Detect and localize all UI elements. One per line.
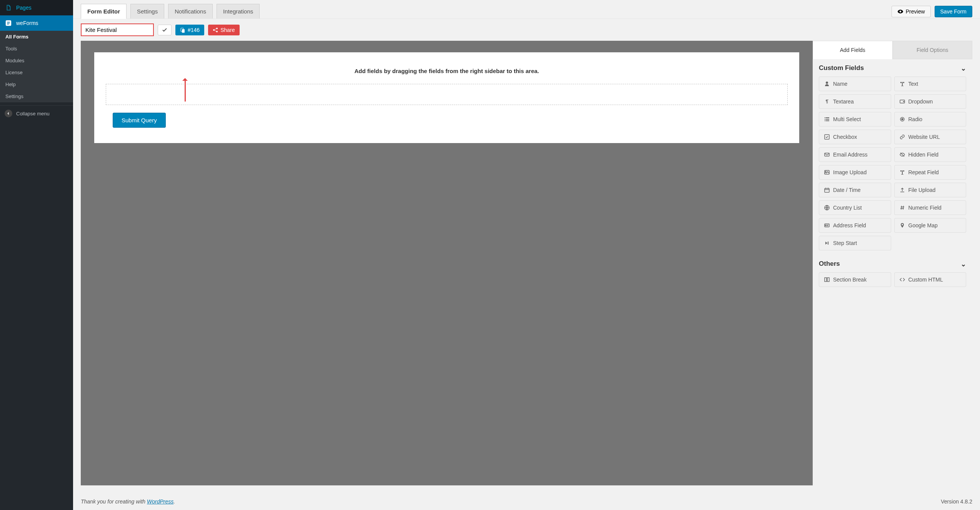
- field-image-upload[interactable]: Image Upload: [819, 165, 891, 180]
- svg-rect-20: [825, 188, 829, 192]
- tab-notifications[interactable]: Notifications: [168, 4, 213, 19]
- section-head-others[interactable]: Others ⌃: [819, 260, 966, 268]
- sidebar-label: Pages: [16, 5, 32, 11]
- footer: Thank you for creating with WordPress. V…: [73, 493, 980, 510]
- field-text[interactable]: Text: [894, 77, 967, 91]
- chevron-down-icon: ⌃: [961, 260, 966, 268]
- text-icon: [899, 81, 905, 87]
- field-website-url[interactable]: Website URL: [894, 130, 967, 144]
- right-panel: Add Fields Field Options Custom Fields ⌃…: [813, 41, 972, 485]
- sidebar-item-license[interactable]: License: [0, 67, 73, 78]
- hash-icon: [899, 205, 905, 210]
- mail-icon: [824, 152, 830, 157]
- svg-rect-12: [825, 120, 825, 121]
- user-icon: [824, 81, 830, 87]
- sidebar-item-help[interactable]: Help: [0, 78, 73, 90]
- sidebar-submenu: All Forms Tools Modules License Help Set…: [0, 31, 73, 102]
- caret-icon: [899, 99, 905, 104]
- field-address-field[interactable]: Address Field: [819, 218, 891, 233]
- tab-add-fields[interactable]: Add Fields: [813, 41, 893, 59]
- card-icon: [824, 223, 830, 228]
- collapse-icon: [5, 110, 12, 117]
- section-title: Custom Fields: [819, 64, 864, 72]
- field-textarea[interactable]: Textarea: [819, 94, 891, 109]
- field-multi-select[interactable]: Multi Select: [819, 112, 891, 127]
- sidebar-item-settings[interactable]: Settings: [0, 90, 73, 102]
- field-name[interactable]: Name: [819, 77, 891, 91]
- right-panel-tabs: Add Fields Field Options: [813, 41, 972, 59]
- wordpress-link[interactable]: WordPress: [147, 498, 173, 505]
- field-label: Repeat Field: [908, 169, 939, 175]
- field-label: File Upload: [908, 187, 936, 193]
- field-custom-html[interactable]: Custom HTML: [894, 272, 967, 287]
- field-checkbox[interactable]: Checkbox: [819, 130, 891, 144]
- share-label: Share: [220, 27, 235, 33]
- submit-button[interactable]: Submit Query: [113, 113, 166, 128]
- sidebar-item-all-forms[interactable]: All Forms: [0, 31, 73, 43]
- tab-field-options[interactable]: Field Options: [893, 41, 973, 59]
- svg-rect-11: [826, 119, 829, 120]
- pages-icon: [5, 4, 12, 12]
- field-radio[interactable]: Radio: [894, 112, 967, 127]
- admin-sidebar: Pages weForms All Forms Tools Modules Li…: [0, 0, 73, 510]
- footer-thanks: Thank you for creating with WordPress.: [81, 498, 175, 505]
- field-label: Country List: [833, 205, 862, 211]
- section-custom-fields: Custom Fields ⌃ NameTextTextareaDropdown…: [813, 59, 972, 255]
- tab-integrations[interactable]: Integrations: [217, 4, 260, 19]
- para-icon: [824, 99, 830, 104]
- sidebar-item-tools[interactable]: Tools: [0, 43, 73, 55]
- sidebar-item-weforms[interactable]: weForms: [0, 15, 73, 31]
- custom-fields-grid: NameTextTextareaDropdownMulti SelectRadi…: [819, 77, 966, 250]
- radio-icon: [899, 117, 905, 122]
- sidebar-label: weForms: [16, 20, 38, 26]
- field-label: Radio: [908, 116, 923, 122]
- field-country-list[interactable]: Country List: [819, 200, 891, 215]
- field-email-address[interactable]: Email Address: [819, 147, 891, 162]
- field-label: Website URL: [908, 134, 940, 140]
- field-section-break[interactable]: Section Break: [819, 272, 891, 287]
- tab-settings[interactable]: Settings: [130, 4, 164, 19]
- tab-form-editor[interactable]: Form Editor: [81, 4, 127, 19]
- section-others: Others ⌃ Section BreakCustom HTML: [813, 255, 972, 292]
- section-head-custom[interactable]: Custom Fields ⌃: [819, 64, 966, 72]
- globe-icon: [824, 205, 830, 210]
- field-file-upload[interactable]: File Upload: [894, 183, 967, 197]
- sidebar-item-pages[interactable]: Pages: [0, 0, 73, 15]
- eye-slash-icon: [899, 152, 905, 157]
- pin-icon: [899, 223, 905, 228]
- form-id-text: #146: [188, 27, 200, 33]
- form-id-badge[interactable]: #146: [175, 25, 204, 35]
- field-date-time[interactable]: Date / Time: [819, 183, 891, 197]
- canvas-area: Add fields by dragging the fields from t…: [81, 41, 813, 485]
- text-icon: [899, 170, 905, 175]
- svg-point-4: [216, 28, 218, 29]
- field-label: Multi Select: [833, 116, 861, 122]
- field-google-map[interactable]: Google Map: [894, 218, 967, 233]
- sidebar-item-modules[interactable]: Modules: [0, 55, 73, 67]
- annotation-arrow: [185, 78, 186, 102]
- workspace: Add fields by dragging the fields from t…: [73, 41, 980, 493]
- save-form-button[interactable]: Save Form: [935, 6, 972, 17]
- field-step-start[interactable]: Step Start: [819, 236, 891, 250]
- eye-icon: [897, 8, 903, 15]
- section-title: Others: [819, 260, 840, 268]
- field-dropdown[interactable]: Dropdown: [894, 94, 967, 109]
- field-numeric-field[interactable]: Numeric Field: [894, 200, 967, 215]
- field-label: Image Upload: [833, 169, 867, 175]
- field-repeat-field[interactable]: Repeat Field: [894, 165, 967, 180]
- preview-button[interactable]: Preview: [892, 6, 931, 17]
- preview-label: Preview: [906, 8, 925, 15]
- copy-icon: [180, 27, 185, 33]
- confirm-title-button[interactable]: [158, 25, 172, 35]
- field-hidden-field[interactable]: Hidden Field: [894, 147, 967, 162]
- svg-rect-8: [825, 117, 825, 118]
- field-label: Checkbox: [833, 134, 857, 140]
- field-drop-zone[interactable]: [106, 84, 788, 105]
- list-icon: [824, 117, 830, 122]
- form-canvas: Add fields by dragging the fields from t…: [94, 52, 799, 143]
- form-title-input[interactable]: [81, 23, 154, 36]
- weforms-icon: [5, 19, 12, 27]
- share-button[interactable]: Share: [208, 25, 239, 35]
- field-label: Text: [908, 81, 918, 87]
- collapse-menu-button[interactable]: Collapse menu: [0, 105, 73, 121]
